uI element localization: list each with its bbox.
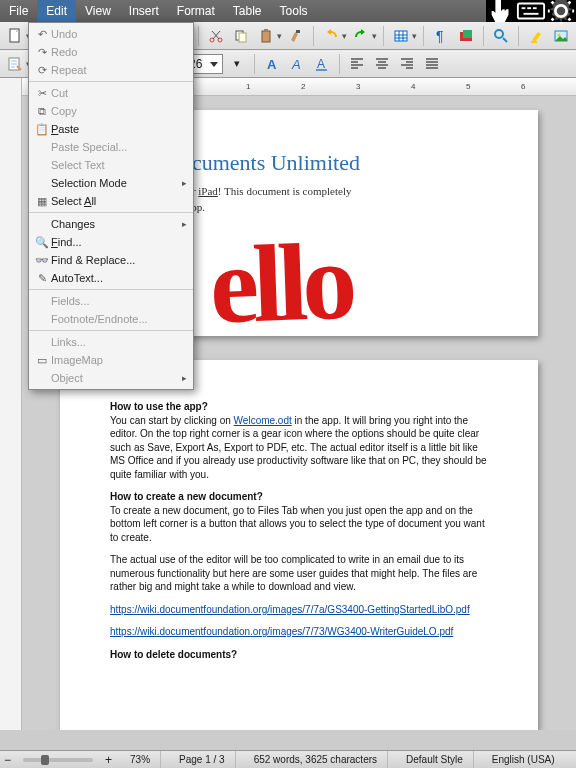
menu-item-label: Paste Special... (51, 141, 187, 153)
page-indicator[interactable]: Page 1 / 3 (169, 751, 236, 769)
menu-item-icon: ▭ (33, 354, 51, 367)
redo-icon[interactable] (350, 25, 372, 47)
gallery-icon[interactable] (455, 25, 477, 47)
vertical-ruler (0, 78, 22, 730)
svg-rect-15 (296, 30, 300, 33)
menu-item-paste[interactable]: 📋Paste (29, 120, 193, 138)
ruler-label: 1 (246, 82, 250, 91)
svg-rect-12 (239, 33, 246, 42)
menu-item-paste-special: Paste Special... (29, 138, 193, 156)
cut-icon[interactable] (205, 25, 227, 47)
align-left-icon[interactable] (346, 53, 368, 75)
menu-item-redo: ↷Redo (29, 43, 193, 61)
menu-item-label: Select All (51, 195, 187, 207)
menu-item-changes[interactable]: Changes▸ (29, 215, 193, 233)
ruler-label: 4 (411, 82, 415, 91)
italic-icon[interactable]: A (286, 53, 308, 75)
highlight-icon[interactable] (525, 25, 547, 47)
menu-item-icon: ⟳ (33, 64, 51, 77)
table-icon[interactable] (390, 25, 412, 47)
svg-rect-4 (524, 13, 539, 15)
menu-item-icon: ▦ (33, 195, 51, 208)
align-right-icon[interactable] (396, 53, 418, 75)
paste-icon[interactable] (255, 25, 277, 47)
menu-item-label: Selection Mode (51, 177, 182, 189)
keyboard-icon[interactable] (516, 0, 546, 22)
menu-item-footnote-endnote: Footnote/Endnote... (29, 310, 193, 328)
menu-item-label: Find... (51, 236, 187, 248)
menu-file[interactable]: File (0, 0, 37, 22)
link-writer-guide[interactable]: https://wiki.documentfoundation.org/imag… (110, 626, 453, 637)
svg-rect-13 (262, 31, 270, 42)
menu-item-select-all[interactable]: ▦Select All (29, 192, 193, 210)
menu-item-label: Find & Replace... (51, 254, 187, 266)
zoom-slider[interactable] (23, 758, 93, 762)
zoom-icon[interactable] (490, 25, 512, 47)
menu-item-autotext[interactable]: ✎AutoText... (29, 269, 193, 287)
style-indicator[interactable]: Default Style (396, 751, 474, 769)
align-justify-icon[interactable] (421, 53, 443, 75)
format-paintbrush-icon[interactable] (285, 25, 307, 47)
heading-new-doc: How to create a new document? (110, 491, 263, 502)
copy-icon[interactable] (230, 25, 252, 47)
gear-icon[interactable] (546, 0, 576, 22)
ruler-label: 3 (356, 82, 360, 91)
nonprinting-icon[interactable]: ¶ (430, 25, 452, 47)
menu-item-label: AutoText... (51, 272, 187, 284)
word-count[interactable]: 652 words, 3625 characters (244, 751, 388, 769)
svg-rect-16 (395, 31, 407, 41)
menu-item-icon: 🔍 (33, 236, 51, 249)
menu-item-imagemap: ▭ImageMap (29, 351, 193, 369)
font-size-down-icon[interactable]: ▾ (226, 53, 248, 75)
ruler-label: 5 (466, 82, 470, 91)
menu-item-label: Paste (51, 123, 187, 135)
touch-mode-icon[interactable] (486, 0, 516, 22)
menu-item-selection-mode[interactable]: Selection Mode▸ (29, 174, 193, 192)
menu-item-label: ImageMap (51, 354, 187, 366)
link-welcome-odt[interactable]: Welcome.odt (234, 415, 292, 426)
svg-text:¶: ¶ (436, 28, 444, 44)
menu-tools[interactable]: Tools (271, 0, 317, 22)
svg-rect-1 (522, 7, 526, 9)
menu-item-links: Links... (29, 333, 193, 351)
menu-item-icon: ⧉ (33, 105, 51, 118)
styles-icon[interactable] (4, 53, 26, 75)
menu-item-label: Repeat (51, 64, 187, 76)
align-center-icon[interactable] (371, 53, 393, 75)
underline-icon[interactable]: A (311, 53, 333, 75)
menu-edit[interactable]: Edit (37, 0, 76, 22)
undo-icon[interactable] (320, 25, 342, 47)
menubar: File Edit View Insert Format Table Tools (0, 0, 576, 22)
menu-insert[interactable]: Insert (120, 0, 168, 22)
submenu-arrow-icon: ▸ (182, 219, 187, 229)
menu-item-fields: Fields... (29, 292, 193, 310)
zoom-level[interactable]: 73% (120, 751, 161, 769)
page-2[interactable]: How to use the app? You can start by cli… (60, 360, 538, 730)
menu-item-select-text: Select Text (29, 156, 193, 174)
menu-table[interactable]: Table (224, 0, 271, 22)
menu-item-repeat: ⟳Repeat (29, 61, 193, 79)
svg-rect-3 (533, 7, 537, 9)
svg-text:A: A (267, 57, 277, 72)
menu-item-label: Fields... (51, 295, 187, 307)
new-doc-icon[interactable] (4, 25, 26, 47)
ruler-label: 2 (301, 82, 305, 91)
insert-image-icon[interactable] (550, 25, 572, 47)
menu-item-icon: 👓 (33, 254, 51, 267)
language-indicator[interactable]: English (USA) (482, 751, 565, 769)
menu-item-find[interactable]: 🔍Find... (29, 233, 193, 251)
edit-menu-dropdown: ↶Undo↷Redo⟳Repeat✂Cut⧉Copy📋PastePaste Sp… (28, 22, 194, 390)
svg-rect-0 (518, 4, 544, 19)
menu-item-label: Footnote/Endnote... (51, 313, 187, 325)
menu-format[interactable]: Format (168, 0, 224, 22)
submenu-arrow-icon: ▸ (182, 178, 187, 188)
menu-view[interactable]: View (76, 0, 120, 22)
bold-icon[interactable]: A (261, 53, 283, 75)
menu-item-icon: ✎ (33, 272, 51, 285)
menu-item-label: Changes (51, 218, 182, 230)
menu-item-label: Copy (51, 105, 187, 117)
link-getting-started[interactable]: https://wiki.documentfoundation.org/imag… (110, 604, 470, 615)
menu-item-label: Select Text (51, 159, 187, 171)
menu-item-find-replace[interactable]: 👓Find & Replace... (29, 251, 193, 269)
menu-item-undo: ↶Undo (29, 25, 193, 43)
